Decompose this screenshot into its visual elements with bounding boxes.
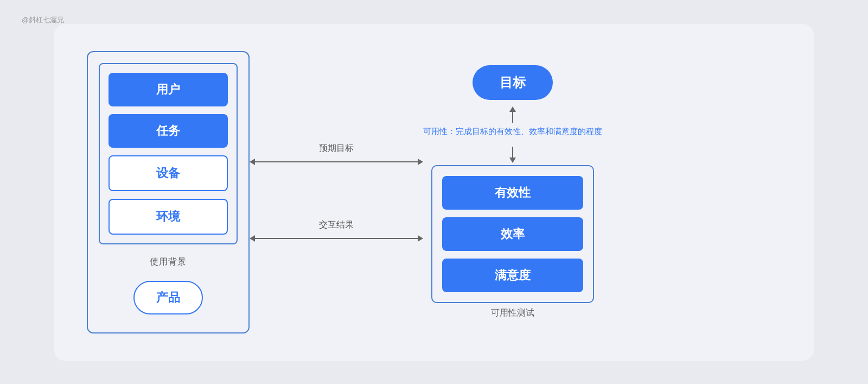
bottom-arrow-line <box>255 238 418 239</box>
bottom-arrowhead-left <box>250 235 255 242</box>
usability-test-label: 可用性测试 <box>491 307 534 319</box>
interaction-result-label: 交互结果 <box>319 219 354 231</box>
use-context-box: 用户 任务 设备 环境 使用背景 产品 <box>87 51 250 333</box>
main-diagram: 用户 任务 设备 环境 使用背景 产品 预期目标 交互结果 <box>54 24 814 361</box>
watermark: @斜杠七渥兄 <box>22 15 64 25</box>
expected-goal-label: 预期目标 <box>319 143 354 154</box>
user-item: 用户 <box>108 73 228 106</box>
task-item: 任务 <box>108 114 228 148</box>
device-item: 设备 <box>108 155 228 191</box>
product-btn: 产品 <box>133 281 203 314</box>
context-inner-box: 用户 任务 设备 环境 <box>99 63 238 244</box>
bottom-arrow-row: 交互结果 <box>250 219 423 242</box>
arrows-section: 预期目标 交互结果 <box>250 78 423 306</box>
arrowhead-up <box>509 106 516 112</box>
usability-test-box: 有效性 效率 满意度 <box>431 165 594 303</box>
top-arrowhead-left <box>250 159 255 165</box>
satisfaction-item: 满意度 <box>442 259 583 292</box>
down-arrow-container <box>509 147 516 163</box>
top-double-arrow <box>250 159 423 165</box>
left-section: 用户 任务 设备 环境 使用背景 产品 <box>87 51 250 333</box>
up-arrow-container <box>509 106 516 123</box>
top-arrow-row: 预期目标 <box>250 143 423 165</box>
efficiency-item: 效率 <box>442 217 583 251</box>
v-arrow-line-down <box>512 147 513 158</box>
bottom-arrowhead-right <box>418 235 423 242</box>
right-section: 目标 可用性：完成目标的有效性、效率和满意度的程度 有效性 效率 满意度 可用性… <box>423 65 602 319</box>
arrowhead-down <box>509 158 516 163</box>
usability-desc: 可用性：完成目标的有效性、效率和满意度的程度 <box>423 125 602 138</box>
use-context-label: 使用背景 <box>150 256 187 268</box>
v-arrow-line-up <box>512 112 513 123</box>
goal-btn: 目标 <box>473 65 553 100</box>
bottom-double-arrow <box>250 235 423 242</box>
top-arrow-line <box>255 161 418 162</box>
env-item: 环境 <box>108 199 228 235</box>
top-arrowhead-right <box>418 159 423 165</box>
effectiveness-item: 有效性 <box>442 176 583 210</box>
